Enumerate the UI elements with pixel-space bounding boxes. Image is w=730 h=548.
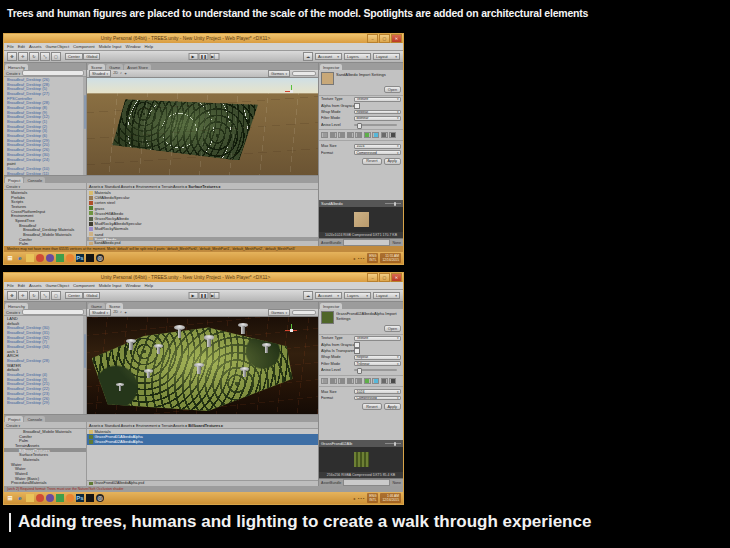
2d-toggle[interactable]: 2D	[113, 310, 118, 315]
rect-tool-icon[interactable]: ▢	[51, 52, 61, 61]
platform-tab[interactable]	[389, 378, 396, 384]
field-dropdown[interactable]: Repeat	[354, 110, 401, 115]
minimize-button[interactable]: –	[367, 34, 378, 43]
field-dropdown[interactable]: Texture	[354, 97, 401, 102]
menu-item[interactable]: Component	[73, 283, 95, 288]
ie-icon[interactable]: e	[16, 494, 24, 502]
shading-mode-dropdown[interactable]: Shaded	[89, 70, 111, 77]
rect-tool-icon[interactable]: ▢	[51, 291, 61, 300]
audio-toggle-icon[interactable]: ♪	[120, 310, 122, 315]
menu-item[interactable]: Help	[144, 283, 153, 288]
apply-button[interactable]: Apply	[384, 403, 402, 410]
menu-item[interactable]: GameObject	[46, 283, 70, 288]
pause-button[interactable]: ❚❚	[199, 53, 209, 60]
sketchup-icon[interactable]	[86, 254, 94, 262]
menu-item[interactable]: GameObject	[46, 44, 70, 49]
layout-dropdown[interactable]: Layout	[373, 53, 400, 60]
unity-icon[interactable]: ◎	[96, 254, 104, 262]
field-dropdown[interactable]: Compressed	[354, 396, 401, 401]
photoshop-icon[interactable]: Ps	[76, 254, 84, 262]
photoshop-icon[interactable]: Ps	[76, 494, 84, 502]
sketchup-icon[interactable]	[86, 494, 94, 502]
field-slider[interactable]	[354, 124, 397, 126]
scale-tool-icon[interactable]: ⤡	[40, 291, 50, 300]
language-indicator[interactable]: ENGINTL	[367, 493, 378, 502]
revert-button[interactable]: Revert	[362, 158, 381, 165]
account-dropdown[interactable]: Account	[315, 53, 342, 60]
maximize-button[interactable]: ▢	[379, 34, 390, 43]
2d-toggle[interactable]: 2D	[113, 71, 118, 76]
play-button[interactable]: ▶	[188, 53, 198, 60]
move-tool-icon[interactable]: ✛	[18, 291, 28, 300]
layers-dropdown[interactable]: Layers	[344, 53, 371, 60]
layout-dropdown[interactable]: Layout	[373, 292, 400, 299]
menu-item[interactable]: Assets	[29, 44, 42, 49]
menu-item[interactable]: Edit	[18, 44, 25, 49]
step-button[interactable]: ▶▏	[209, 292, 219, 299]
media-player-icon[interactable]	[46, 254, 54, 262]
hierarchy-search-input[interactable]	[22, 70, 84, 76]
clock[interactable]: 11:55 AM12/16/2015	[380, 253, 401, 262]
close-button[interactable]: ✕	[391, 34, 402, 43]
media-player-icon[interactable]	[46, 494, 54, 502]
field-dropdown[interactable]: 1024	[354, 389, 401, 394]
field-dropdown[interactable]: Compressed	[354, 150, 401, 155]
platform-tab[interactable]	[330, 378, 337, 384]
hierarchy-item[interactable]: Broadleaf_Desktop (11)	[4, 171, 86, 175]
unity-icon[interactable]: ◎	[96, 494, 104, 502]
platform-tab[interactable]	[372, 378, 379, 384]
platform-tab[interactable]	[321, 378, 328, 384]
app-icon-green[interactable]	[56, 494, 64, 502]
menu-item[interactable]: Mobile Input	[99, 44, 122, 49]
scene-viewport[interactable]	[87, 317, 318, 414]
preview-zoom-slider[interactable]	[385, 443, 401, 445]
platform-tab[interactable]	[338, 132, 345, 138]
platform-tab[interactable]	[355, 132, 362, 138]
hierarchy-search-input[interactable]	[22, 309, 84, 315]
firefox-icon[interactable]	[66, 254, 74, 262]
platform-tab[interactable]	[338, 378, 345, 384]
field-dropdown[interactable]: Trilinear	[354, 361, 401, 366]
pause-button[interactable]: ❚❚	[199, 292, 209, 299]
gizmos-dropdown[interactable]: Gizmos	[268, 309, 290, 316]
orientation-toggle[interactable]: Global	[83, 53, 100, 60]
platform-tab[interactable]	[389, 132, 396, 138]
play-button[interactable]: ▶	[188, 292, 198, 299]
field-dropdown[interactable]: 1024	[354, 144, 401, 149]
lighting-toggle-icon[interactable]: ✦	[124, 71, 127, 76]
project-create-button[interactable]: Create	[6, 423, 20, 428]
field-dropdown[interactable]: Bilinear	[354, 116, 401, 121]
folder-icon[interactable]	[26, 494, 34, 502]
titlebar[interactable]: Unity Personal (64bit) - TREES.unity - N…	[4, 34, 403, 43]
app-icon-green[interactable]	[56, 254, 64, 262]
menu-item[interactable]: Component	[73, 44, 95, 49]
inspector-field[interactable]: Aniso Level	[319, 367, 403, 373]
rotate-tool-icon[interactable]: ↻	[29, 291, 39, 300]
platform-tab[interactable]	[321, 132, 328, 138]
field-slider[interactable]	[354, 369, 397, 371]
field-dropdown[interactable]: Texture	[354, 336, 401, 341]
inspector-field[interactable]: Aniso Level	[319, 122, 403, 128]
menu-item[interactable]: Mobile Input	[99, 283, 122, 288]
menu-item[interactable]: File	[7, 44, 14, 49]
pan-tool-icon[interactable]: ✥	[7, 291, 17, 300]
chrome-icon[interactable]	[36, 494, 44, 502]
gizmos-dropdown[interactable]: Gizmos	[268, 70, 290, 77]
field-checkbox[interactable]	[354, 348, 360, 354]
pivot-toggle[interactable]: Center	[65, 292, 83, 299]
titlebar[interactable]: Unity Personal (64bit) - TREES.unity - N…	[4, 273, 403, 282]
revert-button[interactable]: Revert	[362, 403, 381, 410]
project-create-button[interactable]: Create	[6, 184, 20, 189]
platform-tab[interactable]	[381, 132, 388, 138]
folder-icon[interactable]	[26, 254, 34, 262]
open-button[interactable]: Open	[384, 325, 401, 332]
move-tool-icon[interactable]: ✛	[18, 52, 28, 61]
shading-mode-dropdown[interactable]: Shaded	[89, 309, 111, 316]
preview-zoom-slider[interactable]	[385, 203, 401, 205]
lighting-toggle-icon[interactable]: ✦	[124, 310, 127, 315]
language-indicator[interactable]: ENGINTL	[367, 253, 378, 262]
platform-tab[interactable]	[381, 378, 388, 384]
rotate-tool-icon[interactable]: ↻	[29, 52, 39, 61]
scene-search-input[interactable]	[292, 71, 316, 77]
scrollbar[interactable]	[83, 316, 86, 414]
